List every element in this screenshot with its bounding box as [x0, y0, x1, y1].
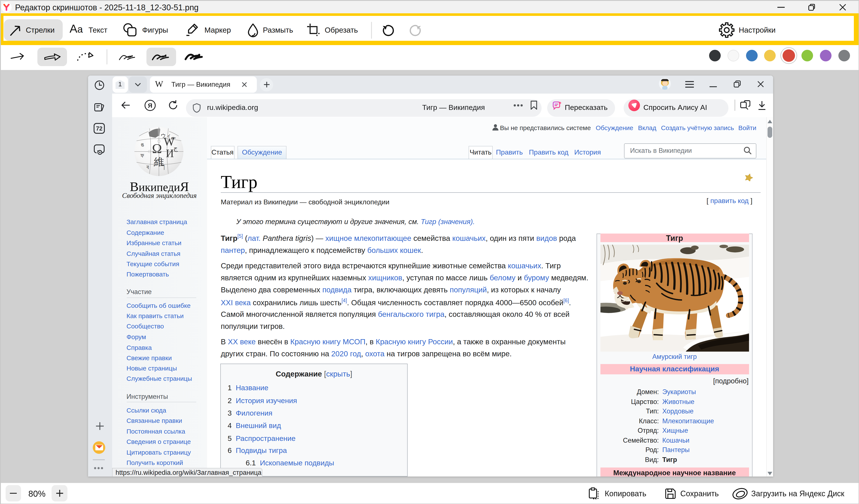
svg-text:Я: Я — [148, 102, 152, 109]
svg-text:72: 72 — [96, 125, 103, 132]
svg-text:Ω: Ω — [152, 141, 162, 156]
svg-text:ج: ج — [174, 144, 178, 152]
svg-text:ব: ব — [146, 164, 149, 170]
svg-text:ウィ: ウィ — [161, 133, 171, 138]
svg-text:ው: ው — [171, 135, 176, 141]
svg-text:ফ: ফ — [140, 152, 144, 159]
svg-text:ঙ: ঙ — [141, 141, 144, 148]
svg-text:ך: ך — [162, 163, 165, 170]
svg-text:И: И — [166, 147, 174, 159]
